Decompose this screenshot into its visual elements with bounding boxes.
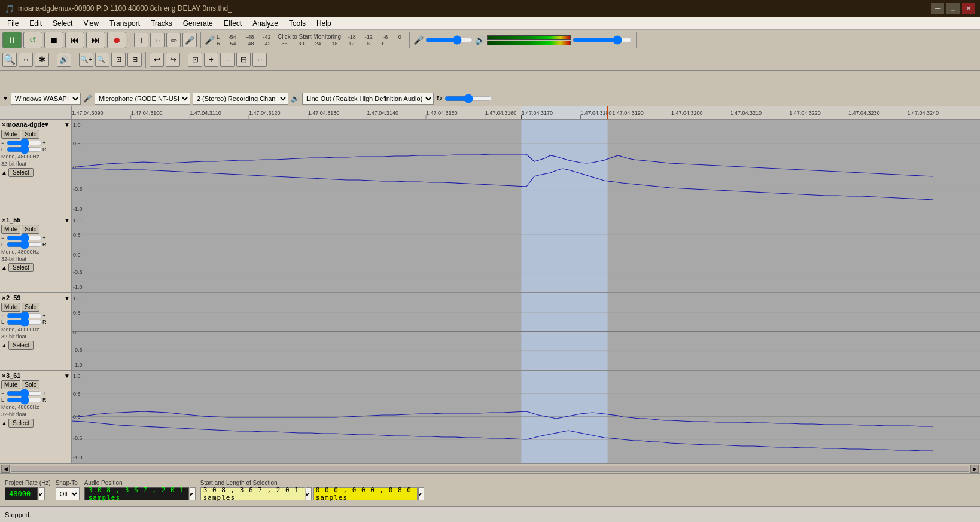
track-1-close-icon[interactable]: ✕ [1, 121, 6, 128]
menu-tools[interactable]: Tools [284, 18, 311, 29]
track-4-pan-slider[interactable] [7, 398, 42, 402]
track-3-mute-button[interactable]: Mute [1, 303, 20, 312]
sel-length-unit-select[interactable] [418, 487, 424, 500]
scroll-track[interactable] [11, 466, 969, 472]
toolbar-divider-7 [145, 52, 146, 68]
draw-tool-button[interactable]: ✏ [166, 33, 181, 47]
main-toolbar: ⏸ ↺ ⏹ ⏮ ⏭ ⏺ I ↔ ✏ 🎤 🎤 L -54 -48 -42 [0, 30, 980, 71]
track-1-select-button[interactable]: Select [8, 168, 34, 177]
track-4-controls: ✕ 3_61 ▼ Mute Solo − + L R [0, 371, 72, 463]
host-select[interactable]: Windows WASAPI [11, 93, 81, 105]
menu-effect[interactable]: Effect [219, 18, 246, 29]
track-2-solo-button[interactable]: Solo [22, 225, 39, 234]
track-1-format: Mono, 48000Hz [1, 154, 70, 160]
audio-pos-unit-select[interactable] [190, 487, 196, 500]
minimize-button[interactable]: ─ [931, 3, 944, 14]
prev-button[interactable]: ⏮ [65, 32, 84, 48]
menu-tracks[interactable]: Tracks [146, 18, 177, 29]
track-3-select-button[interactable]: Select [8, 341, 34, 350]
svg-text:1:47:04.3200: 1:47:04.3200 [671, 110, 703, 116]
menu-view[interactable]: View [78, 18, 104, 29]
channels-select[interactable]: 2 (Stereo) Recording Chan [193, 93, 288, 105]
multi-tool-button[interactable]: ✱ [35, 53, 49, 67]
menu-analyze[interactable]: Analyze [248, 18, 283, 29]
track-2-select-button[interactable]: Select [8, 263, 34, 272]
track-1-solo-button[interactable]: Solo [22, 130, 39, 139]
speaker-tool-button[interactable]: 🔊 [57, 53, 71, 67]
zoom-fit-v2-button[interactable]: ⊟ [236, 53, 251, 67]
track-2-close-icon[interactable]: ✕ [1, 217, 6, 224]
track-1-bitdepth: 32-bit float [1, 161, 70, 167]
envelope-edit-button[interactable]: ↔ [19, 53, 33, 67]
track-3-waveform[interactable]: 1.0 0.5 0.0 -0.5 -1.0 [72, 293, 980, 370]
scroll-left-button[interactable]: ◀ [1, 465, 10, 473]
envelope-tool-button[interactable]: ↔ [150, 33, 165, 47]
track-4-solo-button[interactable]: Solo [22, 380, 39, 389]
track-3-pan-slider[interactable] [7, 320, 42, 325]
menu-edit[interactable]: Edit [25, 18, 47, 29]
track-2-collapse-icon[interactable]: ▲ [1, 264, 7, 271]
record-button[interactable]: ⏺ [107, 32, 126, 48]
maximize-button[interactable]: □ [946, 3, 960, 14]
output-latency-slider[interactable] [445, 94, 492, 103]
fit-project-button[interactable]: ⊡ [111, 53, 126, 67]
track-4-collapse-icon[interactable]: ▲ [1, 420, 7, 426]
menu-transport[interactable]: Transport [105, 18, 145, 29]
track-4-waveform[interactable]: 1.0 0.5 0.0 -0.5 -1.0 [72, 371, 980, 463]
output-gain-slider[interactable] [573, 36, 632, 44]
menu-select[interactable]: Select [48, 18, 77, 29]
snap-to-select[interactable]: Off [56, 487, 80, 500]
meter2-scale-m36: -36 [275, 41, 292, 47]
next-button[interactable]: ⏭ [86, 32, 105, 48]
fit-selection-button[interactable]: ⊟ [127, 53, 142, 67]
zoom-fit-vertical-button[interactable]: ⊡ [188, 53, 202, 67]
zoom-in-v-button[interactable]: + [204, 53, 218, 67]
track-4-close-icon[interactable]: ✕ [1, 373, 6, 379]
undo-button[interactable]: ↩ [150, 53, 164, 67]
track-3-close-icon[interactable]: ✕ [1, 295, 6, 301]
meter2-scale-m24: -24 [309, 41, 325, 47]
monitor-click-label[interactable]: Click to Start Monitoring [275, 33, 343, 40]
mic-tool-button[interactable]: 🎤 [182, 33, 197, 47]
stop-button[interactable]: ⏹ [44, 32, 63, 48]
scroll-right-button[interactable]: ▶ [970, 465, 979, 473]
output-select[interactable]: Line Out (Realtek High Definition Audio) [302, 93, 434, 105]
mic-select[interactable]: Microphone (RODE NT-USB) [95, 93, 190, 105]
track-1-pan-slider[interactable] [7, 147, 42, 152]
track-1-waveform[interactable]: 1.0 0.5 0.0 -0.5 -1.0 [72, 120, 980, 215]
zoom-reset-button[interactable]: ↔ [252, 53, 267, 67]
zoom-in-button[interactable]: 🔍 [2, 53, 17, 67]
menu-generate[interactable]: Generate [178, 18, 218, 29]
menu-file[interactable]: File [2, 18, 23, 29]
close-button[interactable]: ✕ [962, 3, 975, 14]
sel-start-unit-select[interactable] [306, 487, 312, 500]
track-3-solo-button[interactable]: Solo [22, 303, 39, 312]
track-3-format: Mono, 48000Hz [1, 326, 70, 332]
menu-help[interactable]: Help [312, 18, 336, 29]
track-1-mute-button[interactable]: Mute [1, 130, 20, 139]
ruler-marks[interactable]: 1:47:04.3090 1:47:04.3100 1:47:04.3110 1… [72, 106, 980, 119]
pause-button[interactable]: ⏸ [2, 32, 22, 48]
track-4-dropdown-icon[interactable]: ▼ [64, 373, 70, 379]
track-3-dropdown-icon[interactable]: ▼ [64, 295, 70, 301]
track-1-dropdown-icon[interactable]: ▼ [64, 121, 70, 128]
zoom-in-h-button[interactable]: 🔍+ [79, 53, 93, 67]
select-tool-button[interactable]: I [134, 33, 148, 47]
track-3-collapse-icon[interactable]: ▲ [1, 342, 7, 349]
svg-text:1:47:04.3190: 1:47:04.3190 [612, 110, 644, 116]
track-2-waveform[interactable]: 1.0 0.5 0.0 -0.5 -1.0 [72, 215, 980, 292]
redo-button[interactable]: ↪ [166, 53, 180, 67]
track-4-mute-button[interactable]: Mute [1, 380, 20, 389]
zoom-out-v-button[interactable]: - [220, 53, 235, 67]
track-1-collapse-icon[interactable]: ▲ [1, 169, 7, 176]
track-4-select-button[interactable]: Select [8, 419, 34, 428]
playback-volume-slider[interactable] [425, 36, 473, 44]
track-1-pan-r: R [42, 146, 47, 152]
track-2-dropdown-icon[interactable]: ▼ [64, 217, 70, 224]
project-rate-select[interactable] [39, 487, 45, 500]
track-2-pan-slider[interactable] [7, 242, 42, 247]
track-1-gain-plus: + [42, 140, 45, 146]
loop-button[interactable]: ↺ [23, 32, 42, 48]
track-2-mute-button[interactable]: Mute [1, 225, 20, 234]
zoom-out-h-button[interactable]: 🔍- [95, 53, 109, 67]
